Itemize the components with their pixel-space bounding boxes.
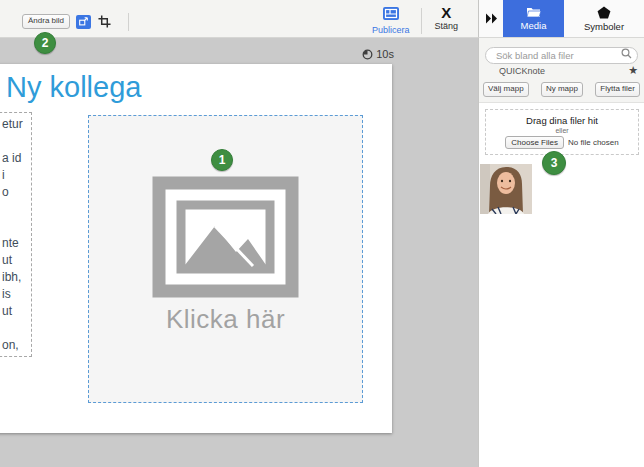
dropzone-title: Drag dina filer hit [526,115,598,126]
move-files-button[interactable]: Flytta filer [595,82,640,97]
step-badge-2: 2 [34,32,56,54]
search-field-wrap [485,45,638,64]
close-x-icon: X [441,6,451,20]
file-dropzone[interactable]: Drag dina filer hit eller Choose Files N… [485,109,639,155]
current-folder-label[interactable]: QUICKnote [499,66,545,76]
tab-symboler-label: Symboler [584,21,624,32]
collapse-panel-button[interactable] [479,0,503,37]
search-icon [621,48,632,59]
favorite-star-icon[interactable]: ★ [628,64,638,77]
replace-image-icon[interactable] [76,15,91,29]
slide-title[interactable]: Ny kollega [6,71,141,104]
folder-row: QUICKnote ★ [479,66,644,79]
toolbar-right-divider [421,8,422,34]
choose-folder-button[interactable]: Välj mapp [483,82,529,97]
publish-button[interactable]: Publicera [372,6,410,35]
timer-icon [362,49,373,60]
crop-icon[interactable] [97,15,112,29]
file-input-row: Choose Files No file chosen [505,136,618,149]
step-badge-3: 3 [542,151,566,175]
canvas-area: 10s Ny kollega etur a idio nteutibh,isut… [0,38,478,467]
tab-media-label: Media [521,20,547,31]
change-image-button[interactable]: Ändra bild [22,14,70,29]
folder-icon [526,6,541,18]
media-thumbnail-photo[interactable] [480,164,532,214]
media-sidebar: QUICKnote ★ Välj mapp Ny mapp Flytta fil… [478,38,644,467]
dropzone-or-label: eller [555,127,568,134]
top-toolbar: Ändra bild [0,0,478,38]
toolbar-left-group: Ändra bild [0,13,129,31]
tab-media[interactable]: Media [503,0,564,37]
publish-label: Publicera [372,25,410,35]
woman-portrait-image [480,164,532,214]
close-label: Stäng [434,21,458,31]
toolbar-right-group: Publicera X Stäng [372,6,478,35]
slide-duration-indicator[interactable]: 10s [362,48,394,60]
image-placeholder-icon [152,176,299,298]
double-chevron-right-icon [485,13,498,24]
step-badge-1: 1 [211,149,233,171]
new-folder-button[interactable]: Ny mapp [541,82,583,97]
publish-icon [383,6,399,24]
sidebar-tabbar: Media Symboler [478,0,644,38]
tab-symboler[interactable]: Symboler [564,0,644,37]
pentagon-icon [597,6,611,19]
duration-value: 10s [376,48,394,60]
search-input[interactable] [485,47,638,64]
slide-text-block[interactable]: etur a idio nteutibh,isut on, [0,112,32,357]
no-file-chosen-label: No file chosen [568,138,619,147]
folder-actions: Välj mapp Ny mapp Flytta filer [483,82,640,97]
editor-window: Ändra bild [0,0,644,467]
toolbar-divider [128,13,129,31]
choose-files-button[interactable]: Choose Files [505,136,564,149]
placeholder-label: Klicka här [166,304,285,335]
close-button[interactable]: X Stäng [434,6,458,31]
lorem-text-lines: etur a idio nteutibh,isut on, [0,113,31,354]
